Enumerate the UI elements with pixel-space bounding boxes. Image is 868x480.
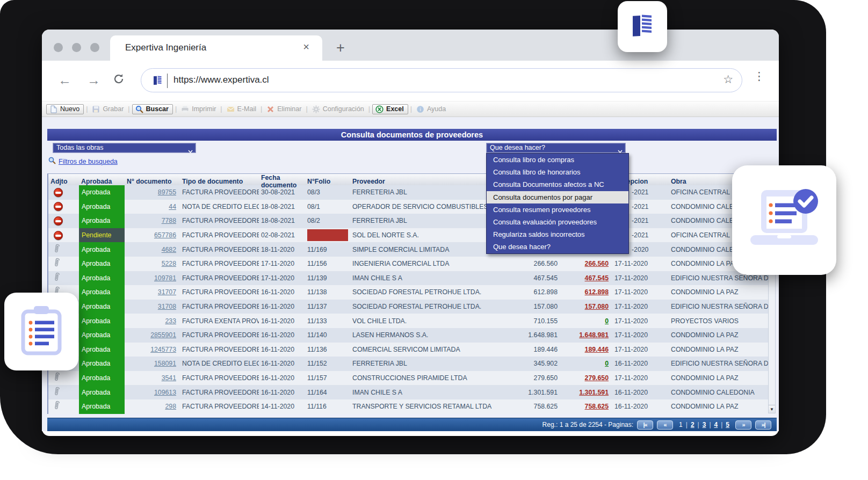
balance-link[interactable]: 1.648.981 (579, 331, 609, 339)
supplier-cell: VOL CHILE LTDA. (350, 314, 511, 328)
folio-cell: 08/3 (305, 185, 350, 200)
paperclip-icon[interactable] (50, 372, 60, 384)
doc-number-link[interactable]: 31707 (158, 288, 176, 296)
page-link[interactable]: 2 (691, 421, 695, 428)
last-page-button[interactable]: »| (755, 420, 771, 430)
menu-item[interactable]: Consulta evaluación proveedores (487, 216, 628, 228)
scrollbar-down-icon[interactable]: ▼ (769, 405, 775, 413)
doc-number-link[interactable]: 298 (165, 403, 176, 410)
doc-number-link[interactable]: 657786 (154, 231, 176, 239)
table-row: Aprobada1245773FACTURA PROVEEDORES16-11-… (48, 343, 776, 357)
status-badge: Aprobada (79, 271, 125, 286)
toolbar-button-nuevo[interactable]: Nuevo (46, 104, 84, 114)
doc-number-link[interactable]: 7788 (162, 217, 176, 224)
doc-date-cell: 16-11-2020 (259, 343, 305, 357)
paperclip-icon[interactable] (50, 272, 60, 284)
menu-item[interactable]: Consulta libro de honorarios (487, 166, 628, 178)
balance-link[interactable]: 279.650 (585, 374, 609, 382)
balance-link[interactable]: 0 (605, 360, 609, 367)
doc-number-link[interactable]: 109613 (154, 389, 176, 396)
next-page-button[interactable]: » (735, 420, 751, 430)
window-control-dot[interactable] (90, 43, 99, 52)
back-icon[interactable]: ← (58, 71, 71, 89)
doc-number-cell: 109781 (125, 271, 180, 286)
doc-date-cell: 30-08-2021 (259, 185, 305, 200)
paperclip-icon[interactable] (50, 244, 60, 256)
menu-item[interactable]: Consulta Documentos afectos a NC (487, 178, 628, 191)
first-page-button[interactable]: |« (637, 420, 653, 430)
toolbar-button-imprimir[interactable]: Imprimir (179, 104, 218, 114)
toolbar-button-buscar[interactable]: Buscar (132, 104, 173, 114)
doc-number-link[interactable]: 3541 (162, 374, 176, 382)
toolbar-button-eliminar[interactable]: Eliminar (264, 104, 303, 114)
url-bar[interactable]: https://www.expertiva.cl ☆ (141, 68, 742, 92)
url-text[interactable]: https://www.expertiva.cl (173, 75, 269, 85)
status-badge: Aprobada (79, 357, 125, 371)
doc-number-cell: 657786 (125, 228, 180, 243)
obras-select-value: Todas las obras (56, 144, 104, 151)
doc-number-cell: 5228 (125, 257, 180, 271)
doc-number-link[interactable]: 158091 (154, 360, 176, 367)
toolbar-button-excel[interactable]: Excel (372, 104, 408, 114)
doc-number-link[interactable]: 44 (169, 203, 176, 210)
paperclip-icon[interactable] (50, 401, 60, 412)
prev-page-button[interactable]: « (657, 420, 673, 430)
action-select-value: Que desea hacer? (490, 144, 545, 151)
balance-link[interactable]: 1.301.591 (579, 389, 609, 396)
forward-icon[interactable]: → (87, 71, 100, 89)
menu-item[interactable]: Consulta documentos por pagar (487, 191, 628, 203)
menu-item[interactable]: Consulta libro de compras (487, 154, 628, 166)
doc-type-cell: FACTURA EXENTA PROV (180, 314, 259, 328)
obras-select[interactable]: Todas las obras (53, 143, 196, 153)
doc-number-link[interactable]: 2855901 (150, 331, 176, 339)
toolbar-button-grabar[interactable]: Grabar (90, 104, 126, 114)
page-separator: | (698, 421, 699, 428)
paperclip-icon[interactable] (50, 387, 60, 398)
action-select[interactable]: Que desea hacer? (486, 143, 626, 153)
page-link[interactable]: 5 (726, 421, 729, 428)
doc-number-link[interactable]: 5228 (162, 260, 176, 267)
doc-number-link[interactable]: 89755 (158, 188, 176, 196)
bookmark-star-icon[interactable]: ☆ (723, 73, 733, 86)
reload-icon[interactable] (113, 73, 125, 87)
balance-link[interactable]: 758.625 (585, 403, 609, 410)
balance-link[interactable]: 0 (605, 317, 609, 325)
clipboard-list-icon (20, 305, 63, 359)
menu-item[interactable]: Consulta resumen proveedores (487, 203, 628, 216)
balance-link[interactable]: 467.545 (585, 274, 609, 282)
doc-number-link[interactable]: 31708 (158, 303, 176, 310)
close-tab-icon[interactable]: × (303, 41, 309, 53)
balance-link[interactable]: 157.080 (585, 303, 609, 310)
balance-cell: 279.650 (561, 371, 612, 386)
toolbar-button-ayuda[interactable]: iAyuda (414, 104, 448, 114)
window-control-dot[interactable] (54, 43, 63, 52)
page-link[interactable]: 4 (714, 421, 718, 428)
browser-menu-icon[interactable]: ⋮ (754, 70, 765, 83)
balance-link[interactable]: 612.898 (585, 288, 609, 296)
paperclip-icon[interactable] (50, 258, 60, 270)
toolbar-separator: | (220, 105, 222, 113)
filters-link[interactable]: Filtros de busqueda (59, 158, 118, 165)
page-link[interactable]: 3 (703, 421, 706, 428)
toolbar-button-configuracin[interactable]: Configuración (310, 104, 366, 114)
browser-url-row: ← → https://www.expertiva.cl ☆ ⋮ (42, 61, 779, 101)
toolbar-button-email[interactable]: E-Mail (225, 104, 258, 114)
supplier-cell: INGENIERIA COMERCIAL LTDA (350, 257, 511, 271)
browser-tab[interactable]: Expertiva Ingeniería × (110, 35, 322, 61)
balance-link[interactable]: 266.560 (585, 260, 609, 267)
doc-number-link[interactable]: 109781 (154, 274, 176, 282)
toolbar-button-label: Configuración (323, 105, 364, 113)
status-badge: Aprobada (79, 200, 125, 214)
amount-cell: 612.898 (511, 285, 561, 300)
balance-cell: 189.446 (561, 343, 612, 357)
balance-link[interactable]: 189.446 (585, 346, 609, 353)
doc-number-link[interactable]: 4682 (162, 246, 176, 253)
window-control-dot[interactable] (72, 43, 81, 52)
doc-number-link[interactable]: 1245773 (150, 346, 176, 353)
menu-item[interactable]: Que desea hacer? (487, 241, 628, 253)
table-row: Aprobada2855901FACTURA PROVEEDORES16-11-… (48, 328, 776, 343)
doc-type-cell: FACTURA PROVEEDORES (180, 343, 259, 357)
new-tab-icon[interactable]: + (336, 40, 345, 56)
doc-number-link[interactable]: 233 (165, 317, 176, 325)
menu-item[interactable]: Regulariza saldos incorrectos (487, 228, 628, 241)
